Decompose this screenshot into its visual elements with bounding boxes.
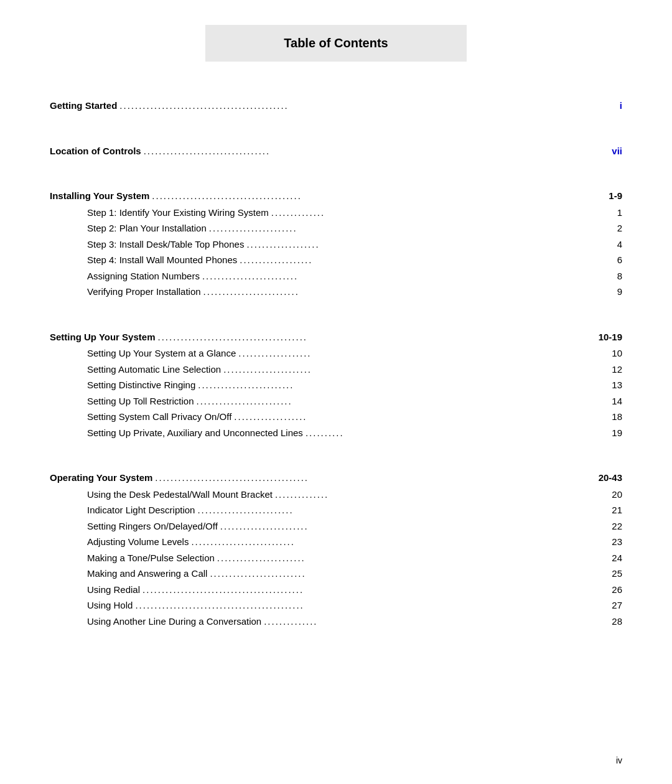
- sub-label-operating-your-system-4: Making a Tone/Pulse Selection: [87, 551, 215, 566]
- section-spacer-1: [50, 177, 622, 189]
- entry-page-setting-up-your-system: 10-19: [599, 330, 622, 345]
- sub-label-setting-up-your-system-0: Setting Up Your System at a Glance: [87, 347, 236, 361]
- sub-dots-installing-your-system-1: .......................: [209, 222, 615, 236]
- sub-page-setting-up-your-system-1: 12: [612, 363, 622, 377]
- toc-section-getting-started: Getting Started.........................…: [50, 99, 622, 113]
- sub-page-operating-your-system-7: 27: [612, 599, 622, 613]
- sub-page-operating-your-system-3: 23: [612, 535, 622, 549]
- sub-dots-setting-up-your-system-2: .........................: [198, 378, 609, 393]
- sub-dots-operating-your-system-7: ........................................…: [135, 599, 609, 613]
- sub-dots-operating-your-system-4: .......................: [217, 551, 609, 566]
- sub-entry-setting-up-your-system-1: Setting Automatic Line Selection........…: [87, 363, 622, 377]
- sub-page-setting-up-your-system-0: 10: [612, 347, 622, 361]
- page-number: iv: [616, 755, 622, 765]
- sub-dots-setting-up-your-system-0: ...................: [238, 347, 609, 361]
- sub-entry-installing-your-system-3: Step 4: Install Wall Mounted Phones.....…: [87, 253, 622, 268]
- sub-entry-installing-your-system-5: Verifying Proper Installation...........…: [87, 285, 622, 299]
- sub-label-installing-your-system-2: Step 3: Install Desk/Table Top Phones: [87, 238, 244, 252]
- sub-dots-operating-your-system-6: ........................................…: [142, 583, 609, 597]
- sub-label-installing-your-system-4: Assigning Station Numbers: [87, 269, 200, 284]
- sub-entry-installing-your-system-1: Step 2: Plan Your Installation..........…: [87, 222, 622, 236]
- sub-page-operating-your-system-2: 22: [612, 520, 622, 534]
- sub-entry-operating-your-system-1: Indicator Light Description.............…: [87, 503, 622, 518]
- sub-label-setting-up-your-system-1: Setting Automatic Line Selection: [87, 363, 221, 377]
- sub-entry-setting-up-your-system-0: Setting Up Your System at a Glance......…: [87, 347, 622, 361]
- toc-section-operating-your-system: Operating Your System...................…: [50, 471, 622, 628]
- sub-page-operating-your-system-4: 24: [612, 551, 622, 566]
- page-container: Table of Contents Getting Started.......…: [0, 0, 672, 784]
- sub-dots-setting-up-your-system-5: ..........: [306, 426, 609, 441]
- sub-label-installing-your-system-3: Step 4: Install Wall Mounted Phones: [87, 253, 237, 268]
- toc-entry-installing-your-system: Installing Your System..................…: [50, 189, 622, 203]
- sub-dots-installing-your-system-4: .........................: [202, 269, 615, 284]
- section-spacer-0: [50, 132, 622, 144]
- sub-dots-operating-your-system-3: ...........................: [191, 535, 609, 549]
- sub-entry-operating-your-system-8: Using Another Line During a Conversation…: [87, 615, 622, 629]
- sub-page-setting-up-your-system-2: 13: [612, 378, 622, 393]
- sub-page-operating-your-system-6: 26: [612, 583, 622, 597]
- sub-page-setting-up-your-system-4: 18: [612, 410, 622, 424]
- sub-label-operating-your-system-8: Using Another Line During a Conversation: [87, 615, 261, 629]
- sub-label-installing-your-system-1: Step 2: Plan Your Installation: [87, 222, 207, 236]
- toc-entry-operating-your-system: Operating Your System...................…: [50, 471, 622, 485]
- sub-entry-installing-your-system-4: Assigning Station Numbers...............…: [87, 269, 622, 284]
- sub-label-setting-up-your-system-5: Setting Up Private, Auxiliary and Unconn…: [87, 426, 303, 441]
- toc-entry-location-of-controls: Location of Controls....................…: [50, 144, 622, 159]
- sub-entry-setting-up-your-system-4: Setting System Call Privacy On/Off......…: [87, 410, 622, 424]
- sub-entry-operating-your-system-4: Making a Tone/Pulse Selection...........…: [87, 551, 622, 566]
- sub-dots-operating-your-system-0: ..............: [275, 488, 609, 502]
- sub-page-setting-up-your-system-5: 19: [612, 426, 622, 441]
- sub-entry-operating-your-system-6: Using Redial............................…: [87, 583, 622, 597]
- sub-dots-operating-your-system-8: ..............: [264, 615, 609, 629]
- entry-page-installing-your-system: 1-9: [609, 189, 622, 203]
- sub-entries-operating-your-system: Using the Desk Pedestal/Wall Mount Brack…: [50, 488, 622, 629]
- sub-label-installing-your-system-0: Step 1: Identify Your Existing Wiring Sy…: [87, 206, 269, 220]
- entry-label-location-of-controls: Location of Controls: [50, 144, 141, 159]
- sub-page-operating-your-system-8: 28: [612, 615, 622, 629]
- toc-section-location-of-controls: Location of Controls....................…: [50, 144, 622, 159]
- sub-entry-setting-up-your-system-5: Setting Up Private, Auxiliary and Unconn…: [87, 426, 622, 441]
- sub-entry-operating-your-system-5: Making and Answering a Call.............…: [87, 567, 622, 581]
- sub-label-operating-your-system-7: Using Hold: [87, 599, 133, 613]
- toc-content: Getting Started.........................…: [50, 99, 622, 628]
- sub-entry-installing-your-system-0: Step 1: Identify Your Existing Wiring Sy…: [87, 206, 622, 220]
- sub-entry-operating-your-system-0: Using the Desk Pedestal/Wall Mount Brack…: [87, 488, 622, 502]
- sub-label-setting-up-your-system-2: Setting Distinctive Ringing: [87, 378, 195, 393]
- entry-dots-setting-up-your-system: .......................................: [157, 330, 595, 345]
- sub-page-setting-up-your-system-3: 14: [612, 394, 622, 409]
- sub-label-setting-up-your-system-3: Setting Up Toll Restriction: [87, 394, 194, 409]
- sub-dots-installing-your-system-3: ...................: [240, 253, 614, 268]
- sub-label-operating-your-system-2: Setting Ringers On/Delayed/Off: [87, 520, 218, 534]
- toc-entry-getting-started: Getting Started.........................…: [50, 99, 622, 113]
- entry-dots-location-of-controls: .................................: [144, 144, 610, 159]
- sub-page-installing-your-system-1: 2: [617, 222, 622, 236]
- entry-page-location-of-controls: vii: [612, 144, 622, 159]
- sub-dots-setting-up-your-system-3: .........................: [196, 394, 609, 409]
- entry-page-getting-started: i: [620, 99, 622, 113]
- entry-dots-installing-your-system: .......................................: [152, 189, 606, 203]
- sub-page-operating-your-system-5: 25: [612, 567, 622, 581]
- sub-entries-setting-up-your-system: Setting Up Your System at a Glance......…: [50, 347, 622, 440]
- page-title: Table of Contents: [284, 36, 388, 50]
- entry-label-setting-up-your-system: Setting Up Your System: [50, 330, 155, 345]
- sub-label-operating-your-system-5: Making and Answering a Call: [87, 567, 207, 581]
- sub-dots-installing-your-system-0: ..............: [271, 206, 615, 220]
- toc-entry-setting-up-your-system: Setting Up Your System..................…: [50, 330, 622, 345]
- sub-page-installing-your-system-0: 1: [617, 206, 622, 220]
- sub-entry-setting-up-your-system-3: Setting Up Toll Restriction.............…: [87, 394, 622, 409]
- sub-entry-installing-your-system-2: Step 3: Install Desk/Table Top Phones...…: [87, 238, 622, 252]
- sub-dots-operating-your-system-2: .......................: [220, 520, 609, 534]
- sub-dots-installing-your-system-2: ...................: [246, 238, 614, 252]
- sub-entry-operating-your-system-2: Setting Ringers On/Delayed/Off..........…: [87, 520, 622, 534]
- toc-section-installing-your-system: Installing Your System..................…: [50, 189, 622, 299]
- title-box: Table of Contents: [205, 25, 467, 62]
- sub-entry-setting-up-your-system-2: Setting Distinctive Ringing.............…: [87, 378, 622, 393]
- sub-entries-installing-your-system: Step 1: Identify Your Existing Wiring Sy…: [50, 206, 622, 299]
- sub-dots-operating-your-system-5: .........................: [210, 567, 609, 581]
- sub-label-operating-your-system-3: Adjusting Volume Levels: [87, 535, 189, 549]
- toc-section-setting-up-your-system: Setting Up Your System..................…: [50, 330, 622, 441]
- sub-entry-operating-your-system-7: Using Hold..............................…: [87, 599, 622, 613]
- sub-dots-operating-your-system-1: .........................: [197, 503, 609, 518]
- sub-dots-setting-up-your-system-4: ...................: [234, 410, 609, 424]
- sub-dots-installing-your-system-5: .........................: [203, 285, 615, 299]
